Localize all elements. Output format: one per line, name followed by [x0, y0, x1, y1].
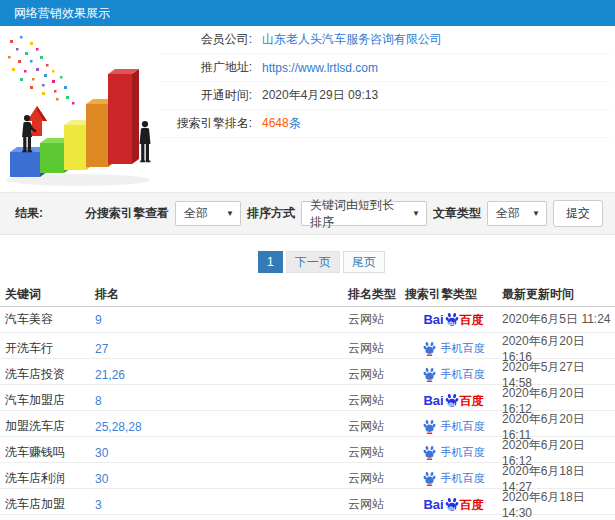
- baidu-mobile-logo-icon: 手机百度: [423, 367, 485, 382]
- rank-cell[interactable]: 30: [95, 446, 348, 460]
- rank-type-cell: 云网站: [348, 311, 405, 328]
- rank-cell[interactable]: 8: [95, 394, 348, 408]
- column-header: 排名: [95, 286, 348, 303]
- table-row: 汽车加盟店 8 云网站 Bai du 百度: [0, 385, 615, 411]
- info-row: 开通时间: 2020年4月29日 09:13: [160, 82, 610, 110]
- rank-cell[interactable]: 3: [95, 498, 348, 512]
- baidu-logo-du-text: du: [445, 401, 459, 407]
- sort-label: 排序方式: [247, 205, 295, 222]
- businessman-right: [140, 121, 151, 162]
- info-value[interactable]: https://www.lrtlsd.com: [262, 61, 378, 75]
- sort-select[interactable]: 关键词由短到长排序 ▼: [301, 201, 427, 226]
- baidu-mobile-label: 手机百度: [441, 471, 485, 486]
- chevron-down-icon: ▼: [226, 209, 234, 218]
- info-row: 搜索引擎排名: 4648条: [160, 110, 610, 138]
- article-type-select[interactable]: 全部 ▼: [487, 201, 547, 226]
- baidu-mobile-paw-icon: [423, 471, 436, 486]
- baidu-logo-cn-text: 百度: [460, 498, 484, 512]
- baidu-logo-bai-text: Bai: [423, 313, 443, 327]
- chevron-down-icon: ▼: [532, 209, 540, 218]
- article-type-label: 文章类型: [433, 205, 481, 222]
- chevron-down-icon: ▼: [412, 209, 420, 218]
- baidu-mobile-logo-icon: 手机百度: [423, 341, 485, 356]
- baidu-mobile-label: 手机百度: [441, 419, 485, 434]
- info-label: 开通时间:: [160, 87, 252, 104]
- baidu-mobile-label: 手机百度: [441, 445, 485, 460]
- table-row: 加盟洗车店 25,28,28 云网站: [0, 411, 615, 437]
- info-value[interactable]: 山东老人头汽车服务咨询有限公司: [262, 31, 442, 48]
- result-label: 结果:: [15, 205, 43, 222]
- keyword-cell: 汽车美容: [5, 311, 95, 328]
- baidu-mobile-logo-icon: 手机百度: [423, 445, 485, 460]
- confetti-dots: [8, 36, 75, 105]
- keyword-cell: 洗车店加盟: [5, 496, 95, 513]
- baidu-mobile-paw-icon: [423, 367, 436, 382]
- title-bar: 网络营销效果展示: [0, 0, 615, 26]
- updated-cell: 2020年6月5日 11:24: [502, 311, 615, 328]
- pagination: 1 下一页 尾页: [258, 251, 385, 273]
- baidu-mobile-logo-icon: 手机百度: [423, 471, 485, 486]
- filter-bar: 结果: 分搜索引擎查看 全部 ▼ 排序方式 关键词由短到长排序 ▼ 文章类型 全…: [0, 192, 615, 235]
- table-row: 洗车店加盟 3 云网站 Bai du 百度: [0, 489, 615, 515]
- engine-cell: Bai du 百度: [405, 393, 502, 408]
- rank-type-cell: 云网站: [348, 444, 405, 461]
- rank-cell[interactable]: 9: [95, 313, 348, 327]
- baidu-pc-logo-icon: Bai du 百度: [423, 393, 483, 408]
- marketing-report-page: 网络营销效果展示: [0, 0, 615, 520]
- engine-cell: 手机百度: [405, 419, 502, 434]
- table-header-row: 关键词排名排名类型搜索引擎类型最新更新时间: [0, 283, 615, 307]
- keyword-cell: 洗车店利润: [5, 470, 95, 487]
- baidu-logo-bai-text: Bai: [423, 498, 443, 512]
- baidu-pc-logo-icon: Bai du 百度: [423, 312, 483, 327]
- column-header: 关键词: [5, 286, 95, 303]
- baidu-mobile-paw-icon: [423, 419, 436, 434]
- info-row: 推广地址: https://www.lrtlsd.com: [160, 54, 610, 82]
- engine-filter-value: 全部: [184, 205, 208, 222]
- bar-red: [108, 69, 139, 164]
- sort-value: 关键词由短到长排序: [310, 197, 404, 231]
- table-row: 开洗车行 27 云网站: [0, 333, 615, 359]
- keyword-cell: 洗车店投资: [5, 366, 95, 383]
- baidu-mobile-label: 手机百度: [441, 367, 485, 382]
- updated-cell: 2020年6月18日 14:30: [502, 489, 615, 520]
- table-row: 洗车店投资 21,26 云网站: [0, 359, 615, 385]
- baidu-logo-bai-text: Bai: [423, 394, 443, 408]
- engine-cell: 手机百度: [405, 445, 502, 460]
- baidu-paw-icon: du: [445, 312, 459, 327]
- member-info-panel: 会员公司: 山东老人头汽车服务咨询有限公司 推广地址: https://www.…: [160, 26, 610, 138]
- engine-cell: 手机百度: [405, 471, 502, 486]
- baidu-paw-icon: du: [445, 393, 459, 408]
- rank-cell[interactable]: 25,28,28: [95, 420, 348, 434]
- info-label: 会员公司:: [160, 31, 252, 48]
- keyword-ranking-table: 关键词排名排名类型搜索引擎类型最新更新时间 汽车美容 9 云网站 Bai du: [0, 283, 615, 515]
- table-row: 洗车赚钱吗 30 云网站: [0, 437, 615, 463]
- info-label: 推广地址:: [160, 59, 252, 76]
- submit-button[interactable]: 提交: [553, 200, 603, 227]
- keyword-cell: 加盟洗车店: [5, 418, 95, 435]
- engine-cell: Bai du 百度: [405, 497, 502, 512]
- ranking-unit[interactable]: 条: [289, 116, 301, 130]
- rank-type-cell: 云网站: [348, 496, 405, 513]
- baidu-mobile-paw-icon: [423, 341, 436, 356]
- baidu-paw-icon: du: [445, 497, 459, 512]
- article-type-value: 全部: [496, 205, 520, 222]
- baidu-logo-du-text: du: [445, 505, 459, 511]
- table-row: 洗车店利润 30 云网站: [0, 463, 615, 489]
- baidu-mobile-logo-icon: 手机百度: [423, 419, 485, 434]
- baidu-mobile-paw-icon: [423, 445, 436, 460]
- page-next-button[interactable]: 下一页: [286, 251, 340, 273]
- page-last-button[interactable]: 尾页: [343, 251, 385, 273]
- info-value: 2020年4月29日 09:13: [262, 87, 378, 104]
- rank-cell[interactable]: 30: [95, 472, 348, 486]
- filter-controls: 分搜索引擎查看 全部 ▼ 排序方式 关键词由短到长排序 ▼ 文章类型 全部 ▼ …: [85, 200, 615, 227]
- rank-cell[interactable]: 21,26: [95, 368, 348, 382]
- page-current[interactable]: 1: [258, 251, 283, 273]
- keyword-cell: 洗车赚钱吗: [5, 444, 95, 461]
- baidu-logo-du-text: du: [445, 320, 459, 326]
- page-title: 网络营销效果展示: [14, 6, 110, 20]
- ranking-count: 4648: [262, 116, 289, 130]
- engine-filter-select[interactable]: 全部 ▼: [175, 201, 241, 226]
- baidu-mobile-label: 手机百度: [441, 341, 485, 356]
- baidu-pc-logo-icon: Bai du 百度: [423, 497, 483, 512]
- rank-cell[interactable]: 27: [95, 342, 348, 356]
